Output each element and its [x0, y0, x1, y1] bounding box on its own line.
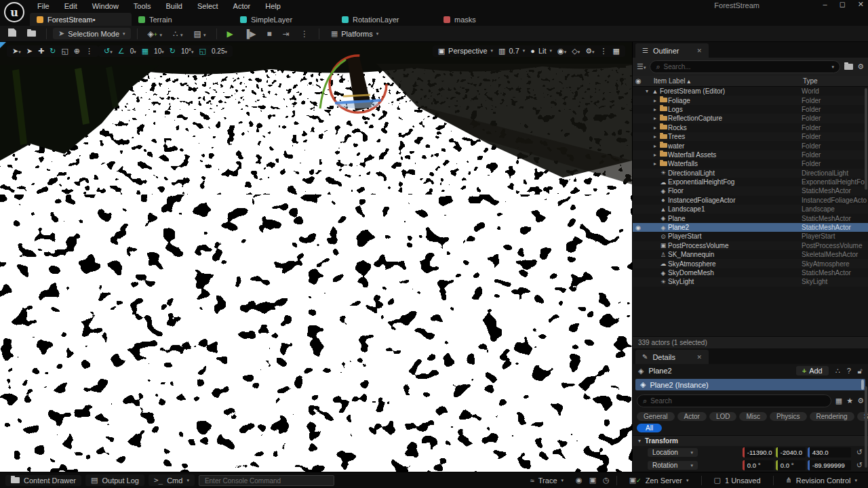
- platforms-dropdown[interactable]: ▦ Platforms ▾: [326, 28, 384, 39]
- outliner-settings-icon[interactable]: ⚙: [857, 62, 864, 71]
- show-flags-dropdown[interactable]: ◉▾: [557, 47, 566, 56]
- surface-snap-value[interactable]: 0▾: [130, 47, 136, 55]
- expand-arrow-icon[interactable]: ▸: [652, 98, 658, 104]
- trace-dropdown[interactable]: ≈ Trace ▾: [525, 475, 569, 486]
- rotation-snap-icon[interactable]: ↻: [170, 47, 176, 56]
- viewport-settings-icon[interactable]: ⚙▾: [585, 47, 594, 56]
- menu-build[interactable]: Build: [159, 1, 190, 12]
- outliner-row-directionallight[interactable]: ☀DirectionalLightDirectionalLight: [633, 169, 868, 178]
- scale-snap-icon[interactable]: ◱: [199, 47, 206, 56]
- menu-select[interactable]: Select: [190, 1, 226, 12]
- outliner-row-postprocessvolume[interactable]: ▣PostProcessVolumePostProcessVolume: [633, 241, 868, 250]
- play-options-button[interactable]: ⋮: [296, 28, 313, 39]
- category-filter-general[interactable]: General: [637, 412, 675, 421]
- rotate-tool-icon[interactable]: ↻: [50, 47, 56, 56]
- asset-tab-foreststream[interactable]: ForestStream•: [30, 13, 132, 26]
- outliner-row-foreststream-editor[interactable]: ▾▲ForestStream (Editor)World: [633, 87, 868, 96]
- location-dropdown[interactable]: Location▾: [648, 448, 698, 457]
- menu-tools[interactable]: Tools: [126, 1, 159, 12]
- outliner-row-playerstart[interactable]: ⊙PlayerStartPlayerStart: [633, 232, 868, 241]
- rotation-x-field[interactable]: 0.0 °: [743, 460, 774, 470]
- cinematics-button[interactable]: ▤ ▾: [189, 28, 210, 39]
- outliner-row-waterfalls[interactable]: ▸WaterfallsFolder: [633, 159, 868, 168]
- visibility-eye-icon[interactable]: ◉: [633, 224, 644, 231]
- outliner-row-skylight[interactable]: ☀SkyLightSkyLight: [633, 277, 868, 286]
- expand-arrow-icon[interactable]: ▸: [652, 115, 658, 121]
- category-filter-rendering[interactable]: Rendering: [810, 412, 854, 421]
- viewport-corner-marker[interactable]: [0, 42, 6, 48]
- camera-settings-dropdown[interactable]: ◇▾: [572, 47, 580, 56]
- asset-tab-terrain[interactable]: Terrain: [132, 13, 233, 26]
- favorites-icon[interactable]: ★: [846, 396, 853, 405]
- stop-button[interactable]: ■: [263, 28, 276, 39]
- new-folder-icon[interactable]: [844, 63, 853, 71]
- close-icon[interactable]: ✕: [696, 354, 702, 361]
- asset-tab-simplelayer[interactable]: SimpleLayer: [233, 13, 335, 26]
- display-options-icon[interactable]: ▦: [835, 396, 842, 405]
- details-tab[interactable]: ✎ Details ✕: [635, 350, 709, 364]
- frame-skip-button[interactable]: ▐▶: [240, 28, 260, 39]
- unsaved-button[interactable]: ▢ 1 Unsaved: [709, 474, 766, 486]
- editor-mode-dropdown[interactable]: ➤ Selection Mode ▾: [53, 28, 131, 39]
- insights-icon[interactable]: ◉: [576, 476, 583, 485]
- surface-snap-icon[interactable]: ↺▾: [104, 47, 113, 56]
- outliner-column-header[interactable]: ◉ Item Label ▴ Type: [633, 76, 868, 87]
- location-x-field[interactable]: -11390.0: [743, 447, 774, 458]
- maximize-button[interactable]: ◻: [840, 0, 846, 9]
- revision-control-dropdown[interactable]: ⋔ Revision Control ▾: [781, 474, 863, 486]
- content-drawer-button[interactable]: Content Drawer: [5, 475, 81, 486]
- category-filter-physics[interactable]: Physics: [770, 412, 806, 421]
- blueprints-button[interactable]: ∴ ▾: [169, 28, 186, 39]
- viewport-options-icon[interactable]: ⋮: [600, 47, 608, 56]
- grid-snap-icon[interactable]: ∠: [118, 47, 125, 56]
- scale-tool-icon[interactable]: ◱: [61, 47, 68, 56]
- level-viewport[interactable]: ➤▾ ➤ ✚ ↻ ◱ ⊕ ⋮ ↺▾ ∠ 0▾ ▦ 10▾ ↻ 10°▾ ◱: [0, 42, 632, 472]
- play-button[interactable]: ▶: [223, 28, 237, 39]
- snapshot-icon[interactable]: ▣: [589, 476, 596, 485]
- close-icon[interactable]: ✕: [696, 47, 702, 54]
- filter-icon[interactable]: ☰▾: [637, 62, 646, 71]
- outliner-row-floor[interactable]: ◈FloorStaticMeshActor: [633, 186, 868, 195]
- category-filter-misc[interactable]: Misc: [739, 412, 767, 421]
- save-button[interactable]: [4, 28, 20, 39]
- help-icon[interactable]: ?: [847, 367, 851, 375]
- add-component-button[interactable]: + Add: [796, 366, 829, 375]
- outliner-row-exponentialheightfog[interactable]: ☁ExponentialHeightFogExponentialHeightFo…: [633, 178, 868, 186]
- eject-button[interactable]: ⇥: [279, 28, 294, 39]
- reset-to-default-icon[interactable]: ↺: [856, 448, 863, 457]
- expand-arrow-icon[interactable]: ▾: [644, 88, 650, 94]
- console-command-input[interactable]: Enter Console Command: [199, 475, 334, 486]
- menu-file[interactable]: File: [30, 1, 57, 12]
- rotation-snap-value[interactable]: 10°▾: [181, 47, 194, 55]
- expand-arrow-icon[interactable]: ▸: [652, 161, 658, 167]
- outliner-search-input[interactable]: ⌕ Search... ▾: [650, 60, 840, 73]
- zen-server-dropdown[interactable]: ▣✓ Zen Server ▾: [624, 474, 694, 486]
- tool-select-dropdown[interactable]: ➤▾: [12, 47, 21, 56]
- outliner-row-waterfall-assets[interactable]: ▸Waterfall AssetsFolder: [633, 150, 868, 159]
- outliner-row-reflectioncapture[interactable]: ▸ReflectionCaptureFolder: [633, 114, 868, 123]
- rotation-y-field[interactable]: 0.0 °: [776, 460, 806, 470]
- screen-percentage-dropdown[interactable]: ▥0.7▾: [498, 47, 525, 56]
- output-log-button[interactable]: ▤ Output Log: [85, 474, 144, 486]
- view-mode-dropdown[interactable]: ●Lit▾: [530, 47, 552, 55]
- expand-arrow-icon[interactable]: ▸: [652, 152, 658, 158]
- outliner-row-plane[interactable]: ◈PlaneStaticMeshActor: [633, 214, 868, 222]
- task-status-icon[interactable]: ◷: [603, 476, 610, 485]
- outliner-row-sk-mannequin[interactable]: ♙SK_MannequinSkeletalMeshActor: [633, 250, 868, 259]
- blueprint-edit-icon[interactable]: ∴: [835, 367, 840, 375]
- perspective-dropdown[interactable]: ▣Perspective▾: [438, 47, 493, 56]
- location-z-field[interactable]: 430.0: [808, 447, 851, 458]
- asset-tab-rotationlayer[interactable]: RotationLayer: [335, 13, 437, 26]
- rotation-z-field[interactable]: -89.999999: [808, 460, 851, 470]
- component-row-selected[interactable]: ◈ Plane2 (Instance): [635, 379, 865, 390]
- menu-window[interactable]: Window: [85, 1, 126, 12]
- maximize-viewport-icon[interactable]: ▦: [613, 47, 620, 56]
- grid-snap-icon[interactable]: ▦: [142, 47, 149, 56]
- transform-section-header[interactable]: ▾ Transform: [633, 435, 868, 446]
- expand-arrow-icon[interactable]: ▸: [652, 143, 658, 149]
- outliner-tab[interactable]: ☰ Outliner ✕: [635, 43, 709, 58]
- outliner-row-trees[interactable]: ▸TreesFolder: [633, 132, 868, 141]
- transform-options-icon[interactable]: ⋮: [85, 47, 93, 56]
- reset-to-default-icon[interactable]: ↺: [856, 461, 863, 470]
- outliner-row-water[interactable]: ▸waterFolder: [633, 141, 868, 150]
